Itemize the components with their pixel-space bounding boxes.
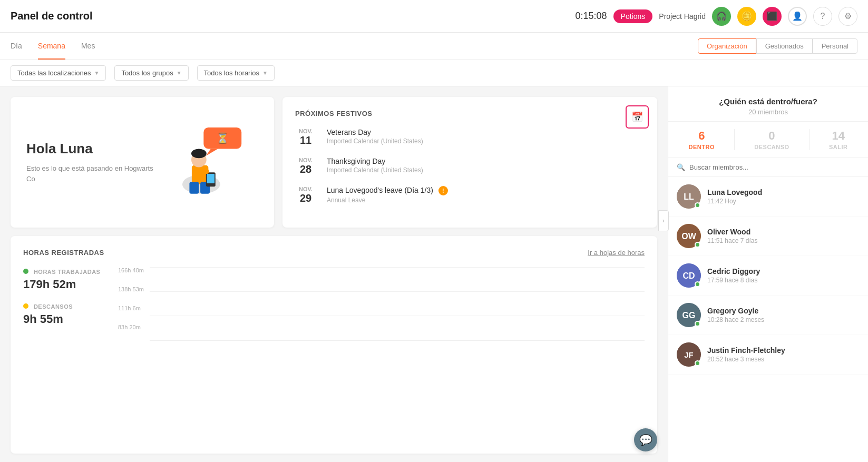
member-time: 11:42 Hoy [707, 198, 762, 205]
hours-title: HORAS REGISTRADAS [23, 249, 104, 257]
avatar-wrap: JF [677, 342, 701, 367]
hours-content: HORAS TRABAJADAS 179h 52m DESCANSOS 9h 5… [23, 267, 645, 341]
holiday-day: 29 [295, 192, 316, 204]
svg-text:GG: GG [682, 311, 696, 320]
outside-label: SALIR [829, 144, 848, 150]
stop-icon: ⬛ [767, 11, 777, 21]
y-label: 111h 6m [118, 305, 147, 311]
question-icon: ? [821, 12, 825, 21]
y-label: 83h 20m [118, 324, 147, 330]
member-item-gregory[interactable]: GG Gregory Goyle 10:28 hace 2 meses [668, 296, 868, 335]
tab-day[interactable]: Día [11, 33, 22, 60]
view-managed[interactable]: Gestionados [756, 38, 813, 54]
filter-schedules[interactable]: Todos los horarios ▼ [197, 65, 275, 81]
help-button[interactable]: ? [813, 7, 832, 26]
search-icon: 🔍 [677, 163, 685, 171]
svg-text:⏳: ⏳ [216, 132, 229, 144]
hours-header: HORAS REGISTRADAS Ir a hojas de horas [23, 249, 645, 257]
user-icon: 👤 [792, 11, 803, 21]
holiday-date: NOV. 29 [295, 186, 316, 204]
calendar-icon-button[interactable]: 📅 [626, 105, 649, 129]
view-personal[interactable]: Personal [813, 38, 857, 54]
member-time: 11:51 hace 7 días [707, 237, 757, 244]
coin-button[interactable]: 🪙 [737, 7, 756, 26]
tabs-bar: Día Semana Mes Organización Gestionados … [0, 33, 868, 60]
headphones-icon: 🎧 [716, 11, 727, 21]
panel-tabs: 6 DENTRO 0 DESCANSO 14 SALIR [668, 122, 868, 158]
headphones-button[interactable]: 🎧 [712, 7, 731, 26]
holiday-date: NOV. 11 [295, 128, 316, 146]
outside-count: 14 [829, 129, 848, 143]
header: Panel de control 0:15:08 Potions Project… [0, 0, 868, 33]
member-time: 17:59 hace 8 días [707, 277, 760, 284]
member-item-cedric[interactable]: CD Cedric Diggory 17:59 hace 8 días [668, 256, 868, 296]
avatar-wrap: GG [677, 303, 701, 327]
chat-button[interactable]: 💬 [634, 428, 657, 451]
view-organization[interactable]: Organización [698, 38, 756, 54]
holiday-info: Luna Lovegood's leave (Día 1/3) ! Annual… [327, 186, 448, 204]
tab-month[interactable]: Mes [81, 33, 95, 60]
status-indicator [695, 242, 700, 248]
breaks-label: DESCANSOS [34, 303, 73, 310]
welcome-description: Esto es lo que está pasando en Hogwarts … [26, 163, 163, 184]
member-name: Justin Finch-Fletchley [707, 346, 785, 355]
chart-area: 166h 40m 138h 53m 111h 6m 83h 20m [118, 267, 645, 341]
tab-break[interactable]: 0 DESCANSO [754, 129, 789, 150]
holiday-name: Veterans Day [327, 128, 423, 136]
member-count: 20 miembros [679, 108, 857, 116]
member-time: 20:52 hace 3 meses [707, 356, 785, 363]
svg-marker-1 [206, 149, 218, 155]
welcome-text: Hola Luna Esto es lo que está pasando en… [26, 141, 163, 184]
search-input[interactable] [689, 163, 860, 171]
chart-grid [150, 267, 645, 341]
bars-wrapper [150, 267, 645, 341]
illustration-svg: ⏳ [163, 123, 258, 199]
member-info: Cedric Diggory 17:59 hace 8 días [707, 267, 760, 284]
holiday-source: Annual Leave [327, 196, 448, 204]
hours-link[interactable]: Ir a hojas de horas [588, 249, 645, 257]
svg-rect-4 [192, 165, 208, 184]
greeting-heading: Hola Luna [26, 141, 163, 157]
settings-button[interactable]: ⚙ [838, 7, 857, 26]
settings-icon: ⚙ [844, 11, 852, 21]
content-area: Hola Luna Esto es lo que está pasando en… [0, 86, 668, 462]
breaks-value: 9h 55m [23, 312, 102, 326]
top-row: Hola Luna Esto es lo que está pasando en… [11, 97, 657, 228]
member-item-oliver[interactable]: OW Oliver Wood 11:51 hace 7 días [668, 217, 868, 256]
page-title: Panel de control [11, 10, 93, 22]
holiday-date: NOV. 28 [295, 157, 316, 175]
tab-outside[interactable]: 14 SALIR [829, 129, 848, 150]
member-item-luna[interactable]: LL Luna Lovegood 11:42 Hoy [668, 177, 868, 217]
worked-value: 179h 52m [23, 278, 102, 291]
tab-week[interactable]: Semana [38, 33, 65, 60]
chevron-right-icon: › [662, 217, 665, 224]
break-label: DESCANSO [754, 144, 789, 150]
chat-icon: 💬 [639, 434, 652, 446]
status-indicator [695, 360, 700, 366]
member-name: Cedric Diggory [707, 267, 760, 276]
tab-inside[interactable]: 6 DENTRO [689, 129, 715, 150]
member-item-justin[interactable]: JF Justin Finch-Fletchley 20:52 hace 3 m… [668, 335, 868, 375]
stop-button[interactable]: ⬛ [763, 7, 782, 26]
worked-label: HORAS TRABAJADAS [34, 269, 101, 275]
upcoming-card: PRÓXIMOS FESTIVOS 📅 NOV. 11 Veterans Day… [282, 97, 657, 228]
legend-worked: HORAS TRABAJADAS 179h 52m [23, 267, 102, 291]
tab-divider [734, 129, 735, 150]
holiday-info: Veterans Day Imported Calendar (United S… [327, 128, 423, 145]
holiday-day: 11 [295, 134, 316, 146]
project-name: Project Hagrid [659, 12, 706, 21]
filter-locations[interactable]: Todas las localizaciones ▼ [11, 65, 106, 81]
chevron-down-icon: ▼ [177, 70, 182, 76]
filter-groups[interactable]: Todos los grupos ▼ [114, 65, 188, 81]
holiday-item: NOV. 11 Veterans Day Imported Calendar (… [295, 128, 645, 146]
user-button[interactable]: 👤 [788, 7, 807, 26]
avatar-wrap: OW [677, 224, 701, 248]
welcome-card: Hola Luna Esto es lo que está pasando en… [11, 97, 274, 228]
panel-expand-button[interactable]: › [658, 210, 669, 231]
panel-title: ¿Quién está dentro/fuera? [679, 97, 857, 106]
svg-rect-10 [207, 174, 214, 183]
potions-badge[interactable]: Potions [613, 9, 653, 23]
upcoming-title: PRÓXIMOS FESTIVOS [295, 110, 645, 117]
timer-display: 0:15:08 [576, 11, 607, 22]
chart-y-labels: 166h 40m 138h 53m 111h 6m 83h 20m [118, 267, 147, 330]
